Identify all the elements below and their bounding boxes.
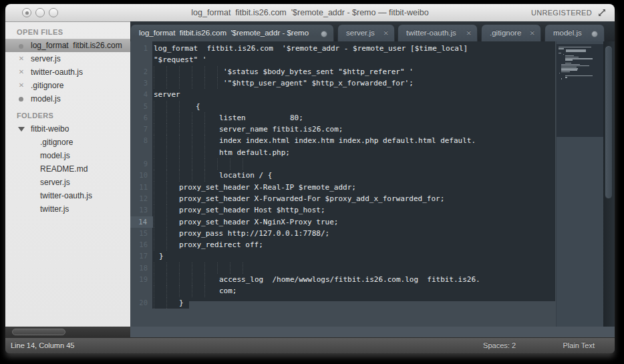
minimap[interactable] [556, 41, 603, 327]
indent-guide [179, 112, 180, 124]
indent-guide [166, 158, 167, 170]
indent-guide [154, 285, 154, 297]
sidebar: OPEN FILES log_format fitbit.is26.com✕se… [5, 22, 130, 327]
status-bar: Line 14, Column 45 Spaces: 2 Plain Text [5, 337, 615, 353]
tab[interactable]: server.js✕ [337, 24, 395, 41]
line-number: 9 [130, 158, 153, 170]
indent-guide [192, 77, 192, 89]
app-window: log_format fitbit.is26.com '$remote_addr… [5, 4, 615, 353]
tab[interactable]: model.js [544, 24, 605, 41]
syntax-setting[interactable]: Plain Text [563, 338, 595, 353]
fullscreen-icon[interactable] [597, 8, 607, 17]
unregistered-badge: UNREGISTERED [531, 4, 592, 21]
indent-guide [243, 262, 243, 274]
indent-guide [154, 77, 154, 89]
indent-guide [217, 77, 218, 89]
indent-guide [154, 239, 154, 250]
folder-file-item[interactable]: twitter-oauth.js [5, 189, 130, 202]
line-number: 12 [130, 193, 153, 204]
disclosure-triangle-icon[interactable] [18, 127, 25, 132]
line-number: 19 [130, 274, 153, 285]
tab[interactable]: twitter-oauth.js✕ [398, 24, 478, 41]
editor-area[interactable]: 1log_format fitbit.is26.com '$remote_add… [130, 41, 615, 327]
folder-item-fitbit-weibo[interactable]: fitbit-weibo [5, 122, 130, 136]
close-file-icon[interactable]: ✕ [17, 81, 25, 89]
line-number: 13 [130, 204, 153, 216]
folder-file-item[interactable]: README.md [5, 162, 130, 176]
modified-dot-icon [19, 97, 23, 102]
folder-file-item[interactable]: model.js [5, 149, 130, 162]
indent-guide [204, 262, 205, 274]
close-button[interactable] [22, 8, 31, 17]
indent-guide [204, 285, 205, 297]
open-file-label: twitter-oauth.js [31, 67, 83, 77]
tab[interactable]: .gitignore✕ [481, 24, 541, 41]
indent-guide [154, 158, 154, 170]
code-line: proxy_set_header X-Real-IP $remote_addr; [179, 182, 356, 194]
modified-dot-icon [25, 11, 29, 15]
indent-guide [192, 285, 192, 297]
line-number: 20 [130, 297, 153, 309]
modified-dot-icon [591, 31, 598, 37]
cursor-position[interactable]: Line 14, Column 45 [11, 338, 74, 353]
folder-file-item[interactable]: twitter.js [5, 202, 130, 216]
indent-guide [166, 204, 167, 216]
indent-setting[interactable]: Spaces: 2 [483, 338, 516, 353]
open-file-item[interactable]: log_format fitbit.is26.com [5, 39, 130, 52]
close-tab-icon[interactable]: ✕ [383, 25, 389, 41]
indent-guide [217, 262, 218, 274]
indent-guide [166, 77, 167, 89]
code-line: log_format fitbit.is26.com '$remote_addr… [154, 43, 468, 55]
code-line: access_log /home/wwwlogs/fitbit.is26.com… [219, 274, 480, 286]
folder-children: .gitignoremodel.jsREADME.mdserver.jstwit… [5, 136, 130, 216]
folders-header: FOLDERS [5, 106, 130, 122]
tab-label: server.js [346, 25, 378, 41]
indent-guide [179, 77, 180, 89]
folder-file-item[interactable]: .gitignore [5, 136, 130, 149]
open-file-item[interactable]: model.js [5, 92, 130, 106]
vertical-scrollbar-thumb[interactable] [605, 45, 613, 199]
indent-guide [154, 193, 154, 204]
line-number [130, 54, 153, 65]
close-tab-icon[interactable]: ✕ [530, 25, 535, 41]
indent-guide [217, 158, 218, 170]
code-line: index index.html index.htm index.php def… [219, 135, 476, 147]
close-file-icon[interactable]: ✕ [17, 55, 25, 63]
open-file-item[interactable]: ✕server.js [5, 52, 130, 65]
sidebar-horizontal-scrollbar[interactable] [5, 327, 130, 337]
open-file-item[interactable]: ✕.gitignore [5, 79, 130, 92]
tab[interactable]: log_format fitbit.is26.com '$remote_addr… [130, 24, 334, 41]
indent-guide [192, 262, 192, 274]
window-title: log_format fitbit.is26.com '$remote_addr… [92, 4, 528, 21]
indent-guide [154, 216, 154, 228]
line-number: 15 [130, 228, 153, 239]
indent-guide [230, 262, 230, 274]
indent-guide [166, 285, 167, 297]
close-file-icon[interactable]: ✕ [17, 68, 25, 76]
open-file-item[interactable]: ✕twitter-oauth.js [5, 65, 130, 79]
close-tab-icon[interactable]: ✕ [466, 25, 472, 41]
indent-guide [166, 124, 167, 135]
code-line: server [154, 89, 180, 101]
indent-guide [217, 66, 218, 77]
minimap-line [563, 54, 564, 55]
indent-guide [204, 66, 205, 77]
indent-guide [154, 297, 154, 309]
title-bar[interactable]: log_format fitbit.is26.com '$remote_addr… [5, 4, 615, 22]
zoom-button[interactable] [49, 8, 58, 17]
vertical-scrollbar[interactable] [603, 41, 615, 327]
sidebar-scrollbar-thumb[interactable] [12, 329, 65, 335]
indent-guide [192, 124, 192, 135]
indent-guide [166, 182, 167, 193]
code-line: location / { [219, 170, 272, 182]
minimize-button[interactable] [35, 8, 45, 17]
code-line: proxy_set_header X-Forwarded-For $proxy_… [179, 193, 444, 205]
code-line: { [196, 101, 200, 113]
line-number: 11 [130, 182, 153, 193]
indent-guide [179, 262, 180, 274]
open-file-label: log_format fitbit.is26.com [31, 41, 122, 50]
folder-file-item[interactable]: server.js [5, 176, 130, 189]
code-line: '"$http_user_agent" $http_x_forwarded_fo… [223, 77, 414, 89]
tab-label: twitter-oauth.js [406, 25, 461, 41]
minimap-line [559, 73, 560, 73]
